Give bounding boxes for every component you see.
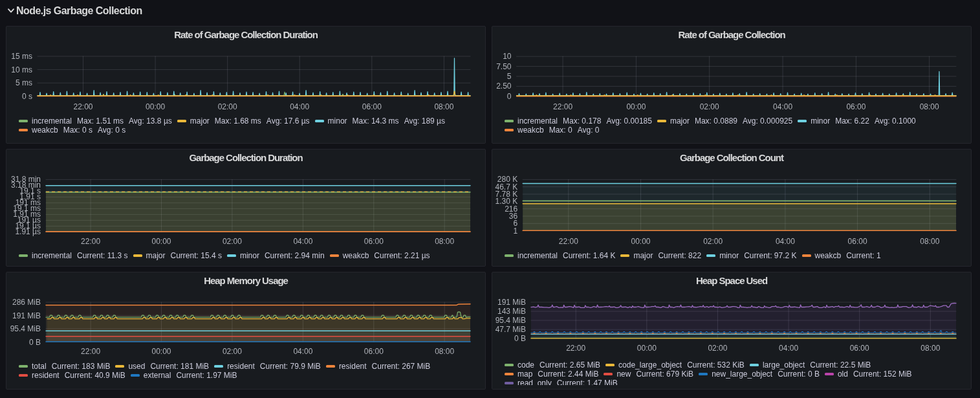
svg-text:02:00: 02:00 [223,237,242,246]
svg-text:95.4 MiB: 95.4 MiB [10,324,41,333]
svg-text:08:00: 08:00 [434,102,453,111]
svg-text:191 MiB: 191 MiB [497,298,526,307]
svg-text:22:00: 22:00 [559,237,578,246]
svg-text:02:00: 02:00 [703,237,723,246]
svg-text:04:00: 04:00 [773,102,792,111]
svg-text:95.4 MiB: 95.4 MiB [495,316,526,325]
svg-text:06:00: 06:00 [846,102,866,111]
svg-text:00:00: 00:00 [631,237,650,246]
svg-text:04:00: 04:00 [293,237,312,246]
svg-text:08:00: 08:00 [435,237,454,246]
svg-text:5: 5 [507,72,512,81]
svg-text:02:00: 02:00 [218,102,237,111]
svg-text:06:00: 06:00 [364,347,384,356]
svg-text:06:00: 06:00 [362,102,382,111]
svg-text:22:00: 22:00 [553,102,572,111]
svg-text:02:00: 02:00 [700,102,719,111]
svg-text:04:00: 04:00 [779,344,798,353]
svg-text:02:00: 02:00 [223,347,242,356]
svg-text:1: 1 [514,227,518,236]
svg-text:10 ms: 10 ms [11,65,32,74]
svg-text:0 s: 0 s [22,92,32,101]
svg-text:02:00: 02:00 [708,344,727,353]
svg-text:08:00: 08:00 [435,347,454,356]
svg-text:00:00: 00:00 [151,237,171,246]
svg-text:22:00: 22:00 [566,344,585,353]
svg-text:7.50: 7.50 [496,62,512,71]
svg-text:10: 10 [503,52,512,61]
svg-text:0 B: 0 B [29,338,41,347]
svg-text:2.50: 2.50 [496,82,512,91]
svg-text:286 MiB: 286 MiB [12,298,41,307]
svg-text:22:00: 22:00 [81,347,100,356]
svg-text:191 MiB: 191 MiB [12,311,41,320]
svg-text:04:00: 04:00 [776,237,795,246]
svg-text:47.7 MiB: 47.7 MiB [495,325,526,334]
svg-text:5 ms: 5 ms [16,78,32,87]
svg-text:22:00: 22:00 [73,102,93,111]
svg-text:15 ms: 15 ms [11,52,32,61]
svg-text:22:00: 22:00 [81,237,100,246]
svg-text:00:00: 00:00 [626,102,646,111]
svg-text:00:00: 00:00 [637,344,657,353]
svg-text:0: 0 [507,92,512,101]
svg-text:143 MiB: 143 MiB [497,307,526,316]
svg-text:04:00: 04:00 [290,102,309,111]
svg-text:08:00: 08:00 [920,344,940,353]
svg-text:00:00: 00:00 [151,347,171,356]
svg-text:04:00: 04:00 [293,347,312,356]
svg-text:08:00: 08:00 [920,102,939,111]
svg-text:06:00: 06:00 [848,237,867,246]
svg-text:08:00: 08:00 [920,237,939,246]
svg-text:06:00: 06:00 [850,344,869,353]
svg-text:0 B: 0 B [514,334,526,343]
svg-text:06:00: 06:00 [364,237,384,246]
svg-text:1.91 µs: 1.91 µs [15,227,41,236]
svg-text:00:00: 00:00 [146,102,165,111]
